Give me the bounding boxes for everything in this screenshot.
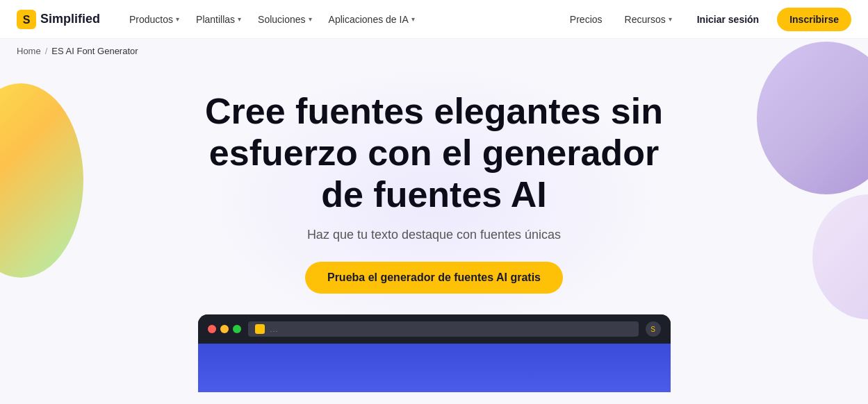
chevron-down-icon: ▾ xyxy=(309,15,312,23)
chevron-down-icon: ▾ xyxy=(411,15,415,23)
app-preview: ... S xyxy=(198,314,671,392)
url-text: ... xyxy=(270,325,279,333)
breadcrumb-home-link[interactable]: Home xyxy=(17,46,41,56)
hero-section: Cree fuentes elegantes sin esfuerzo con … xyxy=(0,63,868,404)
url-bar: ... xyxy=(248,321,639,337)
nav-item-aplicaciones[interactable]: Aplicaciones de IA ▾ xyxy=(322,10,422,29)
breadcrumb-separator: / xyxy=(45,46,48,56)
navbar: S Simplified Productos ▾ Plantillas ▾ So… xyxy=(0,0,868,39)
nav-links: Productos ▾ Plantillas ▾ Soluciones ▾ Ap… xyxy=(122,10,563,29)
brand-name: Simplified xyxy=(40,12,100,26)
traffic-lights xyxy=(208,325,241,333)
app-preview-body xyxy=(198,344,671,392)
breadcrumb: Home / ES AI Font Generator xyxy=(0,39,868,63)
close-icon xyxy=(208,325,216,333)
nav-item-precios[interactable]: Precios xyxy=(563,10,609,29)
app-favicon xyxy=(255,324,265,334)
hero-subtitle: Haz que tu texto destaque con fuentes ún… xyxy=(14,228,854,242)
logo-link[interactable]: S Simplified xyxy=(17,10,100,29)
cta-button[interactable]: Prueba el generador de fuentes AI gratis xyxy=(305,262,563,294)
nav-item-soluciones[interactable]: Soluciones ▾ xyxy=(251,10,319,29)
signin-button[interactable]: Iniciar sesión xyxy=(687,8,769,31)
chevron-down-icon: ▾ xyxy=(669,15,672,23)
chevron-down-icon: ▾ xyxy=(176,15,179,23)
app-icon-right: S xyxy=(646,321,661,337)
chevron-down-icon: ▾ xyxy=(238,15,241,23)
nav-item-plantillas[interactable]: Plantillas ▾ xyxy=(189,10,248,29)
signup-button[interactable]: Inscribirse xyxy=(777,8,851,31)
nav-item-recursos[interactable]: Recursos ▾ xyxy=(618,10,679,29)
svg-text:S: S xyxy=(23,14,31,26)
breadcrumb-current-page: ES AI Font Generator xyxy=(51,46,138,56)
nav-right: Precios Recursos ▾ Iniciar sesión Inscri… xyxy=(563,8,851,31)
minimize-icon xyxy=(220,325,229,333)
maximize-icon xyxy=(233,325,241,333)
nav-item-productos[interactable]: Productos ▾ xyxy=(122,10,186,29)
titlebar: ... S xyxy=(198,314,671,344)
logo-icon: S xyxy=(17,10,36,29)
hero-title: Cree fuentes elegantes sin esfuerzo con … xyxy=(191,91,678,215)
